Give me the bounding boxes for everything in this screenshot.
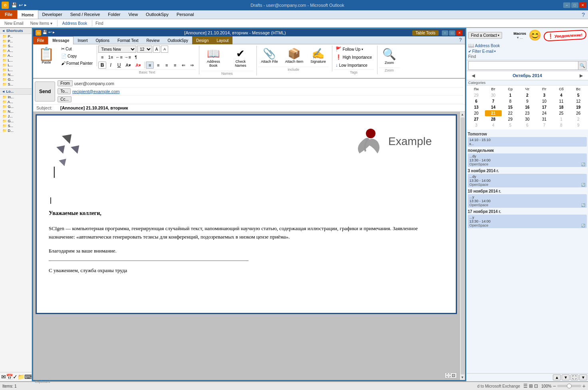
cal-day-11[interactable]: 11: [553, 98, 570, 104]
justify-btn[interactable]: ≡: [171, 62, 179, 69]
cal-day-30[interactable]: 30: [519, 116, 536, 122]
sidebar-folder-8[interactable]: 📁 D...: [0, 128, 32, 133]
font-family-select[interactable]: Times New: [98, 46, 136, 53]
calendar-nav-icon[interactable]: 📅: [6, 374, 13, 380]
cal-day-16[interactable]: 16: [519, 104, 536, 110]
monday-event-1[interactable]: ...dy 13:30 - 14:00 OpenSpace 🔄: [468, 153, 587, 167]
italic-btn[interactable]: I: [107, 62, 115, 69]
cal-day-13[interactable]: 13: [468, 104, 485, 110]
cal-day-1[interactable]: 1: [502, 92, 519, 98]
tab-outlookspy[interactable]: OutlookSpy: [142, 10, 173, 19]
view-preview-icon[interactable]: ⊡: [534, 383, 538, 389]
sidebar-folder-2[interactable]: 📁 A...: [0, 99, 32, 104]
sidebar-item-7[interactable]: 📁 L...: [0, 63, 32, 68]
nov3-event-1[interactable]: ...dy 13:30 - 14:00 OpenSpace 🔄: [468, 174, 587, 187]
shortcuts-nav-icon[interactable]: ⌨: [24, 374, 32, 380]
address-book-link[interactable]: 📖 Address Book: [468, 43, 500, 48]
compose-tab-file[interactable]: File: [33, 36, 48, 44]
restore-btn[interactable]: □: [571, 2, 578, 8]
tomorrow-event-1[interactable]: 14:10 - 15:10 к...: [468, 137, 587, 147]
close-btn[interactable]: ✕: [579, 2, 586, 8]
align-center-btn[interactable]: ≡: [154, 62, 162, 69]
compose-restore-btn[interactable]: □: [449, 30, 455, 36]
cal-day-6[interactable]: 6: [468, 98, 485, 104]
calendar-prev-btn[interactable]: ◄: [469, 72, 478, 79]
signature-btn[interactable]: ✍ Signature: [308, 46, 329, 66]
right-collapse-btn[interactable]: ▼: [579, 374, 587, 380]
cal-day-5-nov[interactable]: 5: [502, 122, 519, 128]
tab-view[interactable]: View: [124, 10, 142, 19]
expand-icon[interactable]: ⛶: [447, 373, 451, 378]
collapse-icon[interactable]: ⊡: [452, 373, 455, 378]
cal-day-3[interactable]: 3: [536, 92, 553, 98]
align-right-btn[interactable]: ≡: [163, 62, 171, 69]
tab-send-receive[interactable]: Send / Receive: [66, 10, 104, 19]
decrease-font-btn[interactable]: A: [161, 46, 168, 53]
cal-day-25[interactable]: 25: [553, 110, 570, 116]
cal-day-4[interactable]: 4: [553, 92, 570, 98]
sidebar-item-5[interactable]: 📁 A...: [0, 53, 32, 58]
bold-btn[interactable]: B: [98, 62, 106, 69]
cal-day-4-nov[interactable]: 4: [485, 122, 502, 128]
cal-day-21-today[interactable]: 21: [485, 110, 502, 116]
align-left-btn[interactable]: ≡: [146, 62, 154, 69]
scroll-down-btn[interactable]: ▼: [461, 376, 464, 379]
compose-close-btn[interactable]: ✕: [456, 30, 463, 36]
minimize-btn[interactable]: −: [563, 2, 570, 8]
tab-home[interactable]: Home: [17, 10, 38, 19]
cal-day-1-nov[interactable]: 1: [553, 116, 570, 122]
sidebar-item-2[interactable]: 📁 P...: [0, 39, 32, 44]
compose-quick-save[interactable]: 💾: [42, 30, 47, 36]
cc-btn[interactable]: Cc...: [58, 96, 72, 102]
tab-personal[interactable]: Personal: [173, 10, 198, 19]
cal-day-7[interactable]: 7: [485, 98, 502, 104]
compose-tab-review[interactable]: Review: [143, 36, 164, 44]
cal-day-24[interactable]: 24: [536, 110, 553, 116]
view-list-icon[interactable]: ☰: [523, 383, 528, 389]
sidebar-folder-1[interactable]: 📁 In...: [0, 95, 32, 99]
nov17-event-1[interactable]: ...y 13:30 - 14:00 OpenSpace 🔄: [468, 215, 587, 228]
underline-btn[interactable]: U: [115, 62, 123, 69]
cal-day-28[interactable]: 28: [485, 116, 502, 122]
tab-developer[interactable]: Developer: [38, 10, 66, 19]
scroll-up-btn[interactable]: ▲: [461, 113, 464, 116]
rtl-btn[interactable]: ⇐: [179, 62, 187, 69]
right-search-input[interactable]: [469, 62, 578, 70]
sidebar-folder-7[interactable]: 📁 S...: [0, 123, 32, 128]
folders-nav-icon[interactable]: 📁: [18, 374, 24, 380]
undo-icon[interactable]: ↩: [19, 2, 23, 8]
cal-day-3-nov[interactable]: 3: [468, 122, 485, 128]
low-importance-btn[interactable]: ↓ Low Importance: [334, 62, 374, 69]
cal-day-20[interactable]: 20: [468, 110, 485, 116]
sidebar-folder-6[interactable]: 📁 G...: [0, 119, 32, 123]
cal-day-14[interactable]: 14: [485, 104, 502, 110]
cal-day-29[interactable]: 29: [502, 116, 519, 122]
increase-font-btn[interactable]: A: [153, 46, 160, 53]
cal-day-2-nov[interactable]: 2: [570, 116, 587, 122]
sidebar-item-9[interactable]: 📁 N...: [0, 72, 32, 77]
from-dropdown-btn[interactable]: From: [58, 80, 72, 86]
cal-day-31[interactable]: 31: [536, 116, 553, 122]
cal-day-12[interactable]: 12: [570, 98, 587, 104]
macros-more-btn[interactable]: ▾ ...: [517, 36, 523, 40]
right-expand-btn[interactable]: ⛶: [570, 374, 578, 380]
nov10-event-1[interactable]: ...y 13:30 - 14:00 OpenSpace 🔄: [468, 194, 587, 208]
more-para-btn[interactable]: ¶: [132, 54, 140, 61]
high-importance-btn[interactable]: ❗ High Importance: [334, 54, 374, 61]
mail-nav-icon[interactable]: ✉: [1, 374, 6, 380]
copy-btn[interactable]: 📄 Copy: [60, 53, 94, 60]
cal-day-18[interactable]: 18: [553, 104, 570, 110]
compose-minimize-btn[interactable]: −: [442, 30, 448, 36]
attach-file-btn[interactable]: 📎 Attach File: [258, 46, 281, 66]
sidebar-item-4[interactable]: 📁 A...: [0, 48, 32, 53]
cal-day-29-sep[interactable]: 29: [468, 92, 485, 98]
paste-btn[interactable]: 📋 Paste: [35, 46, 58, 66]
cal-day-2[interactable]: 2: [519, 92, 536, 98]
format-painter-btn[interactable]: 🖌 Format Painter: [60, 60, 94, 66]
new-items-btn[interactable]: New Items ▾: [29, 21, 54, 26]
send-button[interactable]: Send: [35, 82, 55, 101]
calendar-next-btn[interactable]: ►: [577, 72, 586, 79]
cal-day-7-nov[interactable]: 7: [536, 122, 553, 128]
to-btn[interactable]: To...: [58, 88, 71, 94]
compose-tab-design[interactable]: Design: [192, 36, 213, 44]
